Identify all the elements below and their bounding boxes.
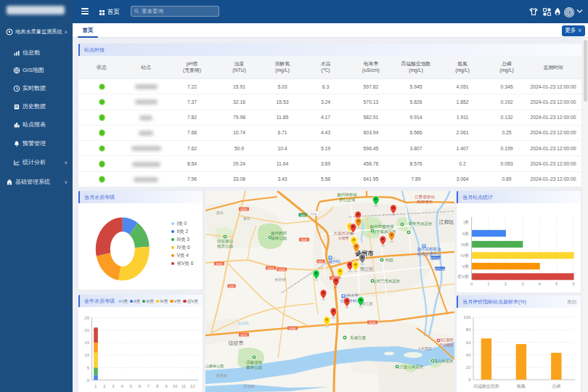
svg-text:镇江新区: 镇江新区 <box>439 338 454 343</box>
svg-text:I类 0: I类 0 <box>177 221 187 226</box>
svg-text:镇江金山风景区: 镇江金山风景区 <box>396 364 424 369</box>
svg-text:产业园区: 产业园区 <box>439 343 454 348</box>
svg-text:朴席镇: 朴席镇 <box>274 277 286 282</box>
svg-text:扬州西郊: 扬州西郊 <box>271 231 287 236</box>
svg-text:劣V类 6: 劣V类 6 <box>177 261 194 266</box>
svg-text:II类 2: II类 2 <box>177 229 189 234</box>
svg-text:古运河: 古运河 <box>238 321 249 326</box>
svg-text:S243: S243 <box>369 322 376 324</box>
svg-text:大明寺: 大明寺 <box>338 236 349 240</box>
svg-text:总磷: 总磷 <box>551 384 560 388</box>
svg-text:IV类: IV类 <box>460 253 469 258</box>
svg-text:G346: G346 <box>289 327 295 330</box>
svg-text:3: 3 <box>521 282 524 286</box>
svg-text:森林公园: 森林公园 <box>271 236 287 241</box>
svg-text:何园: 何园 <box>385 258 393 263</box>
svg-text:II类: II类 <box>462 232 469 236</box>
svg-text:60: 60 <box>466 340 471 345</box>
svg-text:5: 5 <box>555 282 558 286</box>
svg-text:劣V类: 劣V类 <box>457 274 469 279</box>
svg-text:12: 12 <box>190 384 195 388</box>
svg-text:S349: S349 <box>301 239 308 242</box>
svg-text:80: 80 <box>466 327 471 332</box>
svg-text:25: 25 <box>84 316 89 320</box>
svg-text:V类: V类 <box>462 264 469 269</box>
svg-text:京沪高速: 京沪高速 <box>434 267 445 271</box>
svg-text:S35: S35 <box>229 285 234 288</box>
svg-text:2: 2 <box>103 384 106 388</box>
svg-text:仪征市: 仪征市 <box>229 340 244 346</box>
svg-text:S87: S87 <box>319 261 324 264</box>
svg-text:镇山森林公园: 镇山森林公园 <box>205 364 224 369</box>
svg-text:0: 0 <box>87 378 90 383</box>
svg-text:7: 7 <box>147 384 150 388</box>
svg-text:扬州东部客运: 扬州东部客运 <box>417 247 442 252</box>
svg-text:S353: S353 <box>268 267 274 270</box>
svg-text:江都区: 江都区 <box>439 219 454 225</box>
svg-text:人民围堤: 人民围堤 <box>417 346 432 351</box>
svg-text:8: 8 <box>156 384 159 388</box>
svg-text:G328: G328 <box>278 269 285 271</box>
svg-text:40: 40 <box>466 353 471 357</box>
svg-text:江苏省邵仙: 江苏省邵仙 <box>415 195 435 200</box>
svg-text:G40: G40 <box>300 214 305 217</box>
svg-text:地质公园: 地质公园 <box>216 244 233 249</box>
svg-text:3: 3 <box>112 384 115 388</box>
svg-text:瓜洲古渡: 瓜洲古渡 <box>350 335 367 340</box>
svg-text:张家沟: 张家沟 <box>216 373 227 378</box>
svg-text:S353: S353 <box>216 263 223 266</box>
svg-text:X306: X306 <box>311 213 317 216</box>
svg-text:邗江区: 邗江区 <box>360 266 373 271</box>
svg-text:11: 11 <box>181 384 187 388</box>
svg-text:IV类 6: IV类 6 <box>177 245 190 250</box>
svg-text:10: 10 <box>173 384 178 388</box>
svg-text:100: 100 <box>463 315 471 319</box>
svg-text:1: 1 <box>487 282 490 286</box>
svg-text:5: 5 <box>87 366 90 370</box>
svg-text:朱庄: 朱庄 <box>243 216 250 221</box>
svg-text:西庄: 西庄 <box>216 211 224 216</box>
svg-text:梦幻之域: 梦幻之域 <box>339 197 356 203</box>
svg-text:京沪高速: 京沪高速 <box>430 256 441 260</box>
svg-text:森林公园: 森林公园 <box>246 365 262 370</box>
svg-text:1: 1 <box>94 384 97 388</box>
svg-text:高锰酸盐指数: 高锰酸盐指数 <box>473 383 499 389</box>
svg-text:S125: S125 <box>241 334 248 337</box>
svg-text:焦山风景区: 焦山风景区 <box>433 359 454 363</box>
svg-text:润扬湿地: 润扬湿地 <box>246 360 263 365</box>
svg-text:III类 3: III类 3 <box>177 237 190 242</box>
svg-text:2: 2 <box>505 282 507 286</box>
svg-text:I类: I类 <box>463 220 469 224</box>
svg-text:世业镇: 世业镇 <box>243 384 255 388</box>
svg-text:4: 4 <box>121 384 123 388</box>
svg-text:运河三湾风景区: 运河三湾风景区 <box>372 279 401 284</box>
svg-text:5: 5 <box>130 384 133 388</box>
svg-text:0: 0 <box>470 282 473 286</box>
svg-text:9: 9 <box>165 384 168 388</box>
svg-text:10: 10 <box>84 353 89 357</box>
svg-text:6: 6 <box>139 384 142 388</box>
svg-text:氨氮: 氨氮 <box>517 383 526 388</box>
svg-text:枢纽交通中心: 枢纽交通中心 <box>417 251 442 256</box>
svg-text:20: 20 <box>466 365 471 369</box>
svg-text:闸管理所: 闸管理所 <box>417 200 433 205</box>
svg-text:扬州华侨城: 扬州华侨城 <box>337 192 357 197</box>
svg-text:III类: III类 <box>461 242 469 247</box>
svg-text:V类 4: V类 4 <box>177 253 189 258</box>
svg-text:20: 20 <box>84 328 89 332</box>
svg-text:4: 4 <box>539 282 542 286</box>
svg-text:仪征捺山: 仪征捺山 <box>217 239 233 244</box>
svg-text:6: 6 <box>572 282 575 286</box>
svg-text:S333: S333 <box>241 208 248 211</box>
svg-text:15: 15 <box>84 340 89 345</box>
svg-text:茱萸湾风景区: 茱萸湾风景区 <box>409 221 433 226</box>
svg-text:0: 0 <box>468 377 471 382</box>
